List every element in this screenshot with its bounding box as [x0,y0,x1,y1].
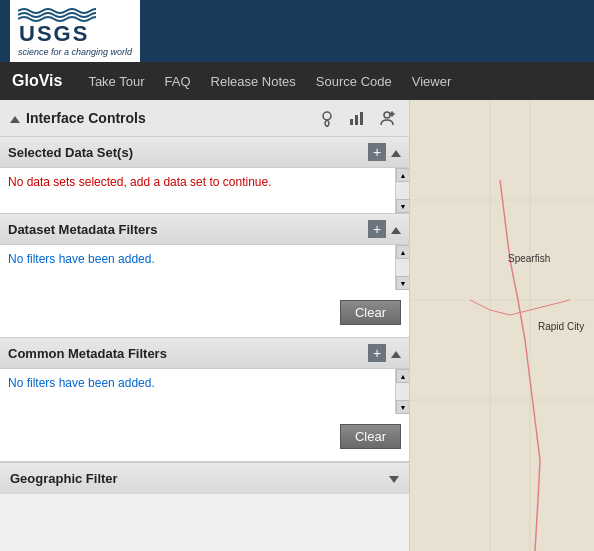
svg-rect-4 [355,115,358,125]
clear-common-filters-button[interactable]: Clear [340,424,401,449]
dataset-metadata-body: No filters have been added. ▲ ▼ [0,245,409,290]
common-metadata-header[interactable]: Common Metadata Filters + [0,338,409,369]
common-metadata-scrollbar: ▲ ▼ [395,369,409,414]
main-content: Interface Controls Selected Data S [0,100,594,551]
panel-header-icons [315,106,399,130]
dataset-metadata-header[interactable]: Dataset Metadata Filters + [0,214,409,245]
spearfish-label: Spearfish [508,253,550,264]
release-notes-link[interactable]: Release Notes [201,64,306,99]
dataset-metadata-section: Dataset Metadata Filters + No filters ha… [0,214,409,338]
no-common-filters-message: No filters have been added. [8,376,155,390]
geographic-filter-collapse-icon[interactable] [389,471,399,486]
common-metadata-title: Common Metadata Filters [8,346,167,361]
scroll-down-arrow[interactable]: ▼ [396,199,410,213]
add-dataset-filter-button[interactable]: + [368,220,386,238]
common-metadata-body: No filters have been added. ▲ ▼ [0,369,409,414]
viewer-link[interactable]: Viewer [402,64,462,99]
no-dataset-filters-message: No filters have been added. [8,252,155,266]
tagline-text: science for a changing world [18,47,132,57]
nav-brand: GloVis [12,72,62,90]
common-metadata-footer: Clear [0,414,409,461]
selected-datasets-body: No data sets selected, add a data set to… [0,168,409,213]
take-tour-link[interactable]: Take Tour [78,64,154,99]
collapse-common-filter-icon[interactable] [391,346,401,361]
clear-dataset-filters-button[interactable]: Clear [340,300,401,325]
scroll-track-2 [396,259,409,276]
scroll-track-3 [396,383,409,400]
left-panel: Interface Controls Selected Data S [0,100,410,551]
collapse-triangle-icon[interactable] [10,111,20,126]
panel-header-left: Interface Controls [10,110,146,126]
nav-bar: GloVis Take Tour FAQ Release Notes Sourc… [0,62,594,100]
dataset-metadata-title: Dataset Metadata Filters [8,222,158,237]
geographic-filter-title: Geographic Filter [10,471,118,486]
scroll-up-arrow[interactable]: ▲ [396,168,410,182]
svg-point-7 [390,112,394,116]
geographic-filter-header[interactable]: Geographic Filter [0,462,409,494]
scroll-track [396,182,409,199]
svg-point-2 [323,112,331,120]
selected-datasets-controls: + [368,143,401,161]
usgs-header: USGS science for a changing world [0,0,594,62]
svg-text:USGS: USGS [19,21,89,46]
selected-datasets-content: No data sets selected, add a data set to… [0,168,395,213]
dataset-metadata-controls: + [368,220,401,238]
bar-chart-icon[interactable] [345,106,369,130]
svg-point-6 [384,112,390,118]
interface-controls-title: Interface Controls [26,110,146,126]
logo-container: USGS science for a changing world [10,0,140,62]
selected-datasets-header[interactable]: Selected Data Set(s) + [0,137,409,168]
no-datasets-message: No data sets selected, add a data set to… [8,175,272,189]
collapse-dataset-filter-icon[interactable] [391,222,401,237]
dataset-metadata-content: No filters have been added. [0,245,395,290]
map-panel: Spearfish Rapid City [410,100,594,551]
common-metadata-controls: + [368,344,401,362]
map-pin-icon[interactable] [315,106,339,130]
add-dataset-button[interactable]: + [368,143,386,161]
usgs-logo-graphic: USGS [18,5,96,47]
common-metadata-section: Common Metadata Filters + No filters hav… [0,338,409,462]
scroll-up-arrow-2[interactable]: ▲ [396,245,410,259]
scroll-down-arrow-2[interactable]: ▼ [396,276,410,290]
collapse-datasets-icon[interactable] [391,145,401,160]
map-svg: Spearfish Rapid City [410,100,594,551]
scroll-down-arrow-3[interactable]: ▼ [396,400,410,414]
svg-rect-3 [350,119,353,125]
dataset-metadata-scrollbar: ▲ ▼ [395,245,409,290]
faq-link[interactable]: FAQ [155,64,201,99]
selected-datasets-title: Selected Data Set(s) [8,145,133,160]
add-common-filter-button[interactable]: + [368,344,386,362]
dataset-metadata-footer: Clear [0,290,409,337]
selected-datasets-section: Selected Data Set(s) + No data sets sele… [0,137,409,214]
interface-controls-header: Interface Controls [0,100,409,137]
source-code-link[interactable]: Source Code [306,64,402,99]
datasets-scrollbar: ▲ ▼ [395,168,409,213]
svg-rect-5 [360,112,363,125]
scroll-up-arrow-3[interactable]: ▲ [396,369,410,383]
user-settings-icon[interactable] [375,106,399,130]
rapid-city-label: Rapid City [538,321,584,332]
common-metadata-content: No filters have been added. [0,369,395,414]
